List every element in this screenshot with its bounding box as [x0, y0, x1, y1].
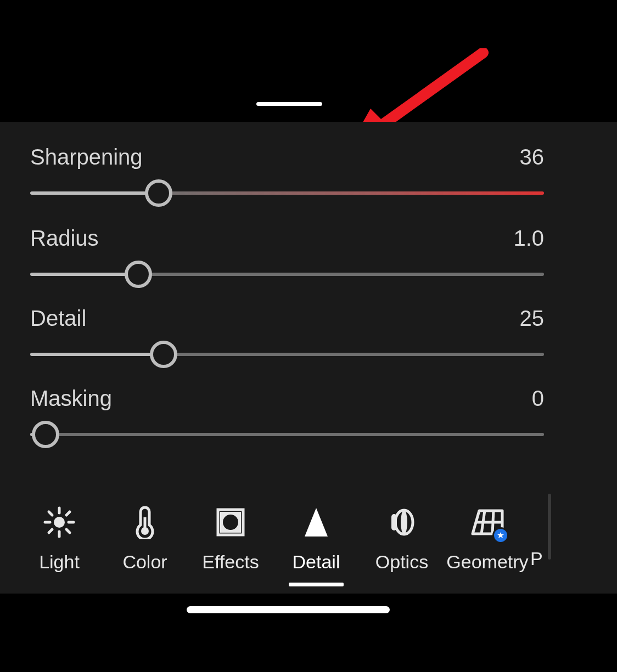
tab-detail-label: Detail — [293, 551, 340, 573]
tab-effects[interactable]: Effects — [188, 492, 273, 585]
masking-value: 0 — [532, 386, 544, 411]
tab-geometry-label: Geometry — [446, 551, 528, 573]
svg-line-9 — [66, 512, 70, 515]
tab-optics-label: Optics — [375, 551, 428, 573]
drag-handle[interactable] — [256, 102, 322, 106]
edit-tabbar: Light Color Effects Detail — [0, 484, 617, 594]
sharpening-slider[interactable] — [30, 179, 544, 207]
tab-color-label: Color — [122, 551, 167, 573]
light-icon — [42, 505, 76, 539]
masking-label: Masking — [30, 386, 112, 411]
perspective-icon — [470, 505, 504, 539]
svg-line-10 — [49, 529, 52, 533]
masking-thumb[interactable] — [32, 421, 59, 448]
thermometer-icon — [128, 505, 162, 539]
detail-panel: Sharpening 36 Radius 1.0 D — [0, 122, 617, 484]
detail-label: Detail — [30, 306, 86, 331]
tab-detail[interactable]: Detail — [273, 492, 359, 585]
sharpening-slider-group: Sharpening 36 — [30, 145, 544, 207]
svg-rect-20 — [391, 514, 397, 530]
sharpening-label: Sharpening — [30, 145, 143, 170]
masking-slider[interactable] — [30, 421, 544, 448]
radius-value: 1.0 — [513, 226, 544, 251]
svg-marker-17 — [305, 508, 328, 537]
detail-thumb[interactable] — [150, 341, 177, 368]
detail-value: 25 — [520, 306, 545, 331]
svg-marker-25 — [497, 532, 504, 538]
tab-geometry[interactable]: Geometry — [445, 492, 530, 585]
premium-badge-icon — [492, 527, 509, 544]
home-indicator[interactable] — [187, 606, 390, 613]
masking-slider-group: Masking 0 — [30, 386, 544, 448]
lens-icon — [385, 505, 419, 539]
tab-effects-label: Effects — [202, 551, 259, 573]
svg-point-19 — [401, 510, 407, 534]
detail-slider[interactable] — [30, 341, 544, 368]
svg-point-11 — [141, 527, 149, 535]
sharpening-thumb[interactable] — [145, 179, 172, 207]
sharpening-value: 36 — [520, 145, 545, 170]
tabbar-divider — [548, 494, 551, 560]
tab-overflow-partial[interactable]: P — [530, 509, 563, 569]
svg-line-8 — [66, 529, 70, 533]
vignette-icon — [214, 505, 248, 539]
detail-slider-group: Detail 25 — [30, 306, 544, 368]
radius-slider-group: Radius 1.0 — [30, 226, 544, 288]
tab-light-label: Light — [39, 551, 80, 573]
radius-thumb[interactable] — [125, 261, 152, 288]
tab-color[interactable]: Color — [102, 492, 188, 585]
radius-label: Radius — [30, 226, 99, 251]
triangle-icon — [299, 505, 333, 539]
tab-optics[interactable]: Optics — [359, 492, 445, 585]
tab-light[interactable]: Light — [16, 492, 102, 585]
svg-point-2 — [54, 517, 65, 528]
svg-line-7 — [49, 512, 52, 515]
tab-overflow-label: P — [530, 548, 543, 569]
radius-slider[interactable] — [30, 261, 544, 288]
